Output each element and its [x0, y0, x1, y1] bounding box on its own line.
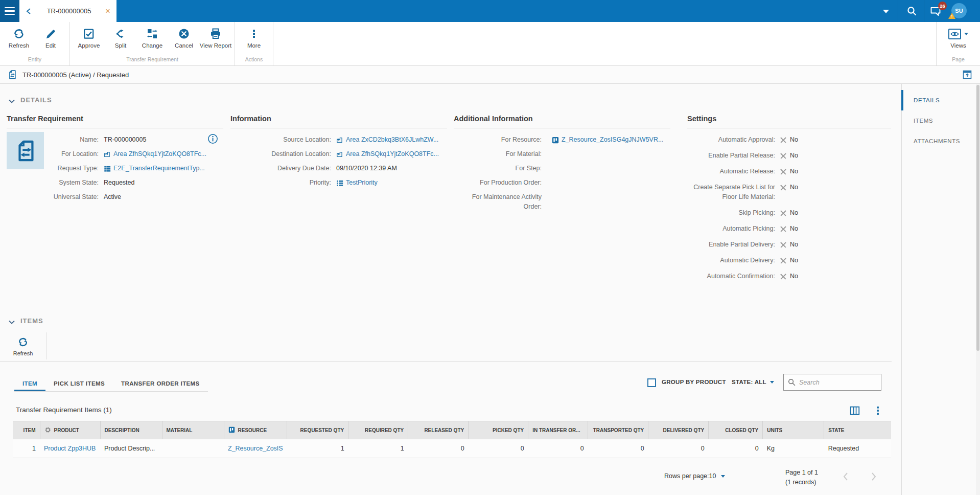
- col-header-resource[interactable]: RESOURCE: [224, 421, 287, 439]
- column-settings-icon[interactable]: [849, 405, 860, 416]
- back-chevron-icon[interactable]: [25, 7, 34, 16]
- col-header-description[interactable]: DESCRIPTION: [100, 421, 162, 439]
- col-header-item[interactable]: ITEM: [13, 421, 40, 439]
- col-header-material[interactable]: MATERIAL: [162, 421, 224, 439]
- grid-title: Transfer Requirement Items (1): [16, 406, 112, 415]
- tab-pick-list-items[interactable]: PICK LIST ITEMS: [45, 377, 113, 391]
- product-link[interactable]: Product Zpp3HUB: [44, 445, 96, 452]
- tab-item[interactable]: ITEM: [14, 377, 45, 391]
- col-header-transported-qty[interactable]: TRANSPORTED QTY: [588, 421, 648, 439]
- cancel-x-circle-icon: [178, 26, 190, 41]
- setting-automatic-picking: Automatic Picking: No: [687, 224, 891, 234]
- toolbar-group-page: Views Page: [936, 22, 980, 65]
- column-title: Information: [230, 114, 447, 128]
- area-icon: [336, 137, 343, 144]
- topbar-dropdown-caret-icon[interactable]: [883, 10, 889, 13]
- col-header-units[interactable]: UNITS: [763, 421, 824, 439]
- split-arrows-icon: [114, 26, 127, 41]
- details-section-title[interactable]: DETAILS: [20, 96, 52, 104]
- hamburger-menu-icon[interactable]: [0, 0, 19, 22]
- items-refresh-button[interactable]: Refresh: [8, 335, 38, 356]
- no-x-icon: [780, 274, 786, 280]
- edit-button[interactable]: Edit: [35, 26, 66, 56]
- toolbar-group-actions: More Actions: [235, 22, 273, 65]
- col-header-state[interactable]: STATE: [824, 421, 891, 439]
- list-icon: [104, 165, 111, 172]
- previous-page-chevron-icon[interactable]: [841, 471, 852, 482]
- collapse-items-chevron-icon[interactable]: [8, 319, 15, 326]
- cell-requested-qty: 1: [287, 439, 348, 458]
- cancel-button[interactable]: Cancel: [168, 26, 200, 56]
- col-header-picked-qty[interactable]: PICKED QTY: [469, 421, 528, 439]
- request-type-link[interactable]: E2E_TransferRequirementTyp...: [113, 164, 205, 173]
- view-report-button[interactable]: View Report: [200, 26, 231, 56]
- scrollbar-thumb[interactable]: [976, 85, 979, 351]
- col-header-product[interactable]: PRODUCT: [40, 421, 100, 439]
- destination-location-link[interactable]: Area ZfhSQkq1YjtZoKQO8TFc...: [346, 149, 439, 159]
- table-row[interactable]: 1 Product Zpp3HUB Product Descrip... Z_R…: [13, 439, 891, 458]
- setting-create-separate-pick-list: Create Separate Pick List for Floor Life…: [687, 183, 891, 202]
- col-header-delivered-qty[interactable]: DELIVERED QTY: [648, 421, 709, 439]
- field-delivery-due-date: Delivery Due Date: 09/10/2020 12:39 AM: [230, 164, 447, 173]
- setting-automatic-release: Automatic Release: No: [687, 167, 891, 176]
- setting-enable-partial-delivery: Enable Partial Delivery: No: [687, 240, 891, 250]
- tab-transfer-order-items[interactable]: TRANSFER ORDER ITEMS: [113, 377, 208, 391]
- next-page-chevron-icon[interactable]: [868, 471, 879, 482]
- source-location-link[interactable]: Area ZxCD2bkq3BtX6JLwhZW...: [346, 135, 438, 145]
- for-location-link[interactable]: Area ZfhSQkq1YjtZoKQO8TFc...: [113, 149, 206, 159]
- field-for-material: For Material:: [454, 149, 670, 159]
- setting-automatic-confirmation: Automatic Confirmation: No: [687, 272, 891, 281]
- transfer-requirement-icon: [7, 70, 17, 80]
- group-by-product-checkbox[interactable]: [647, 378, 656, 387]
- rows-per-page-dropdown[interactable]: Rows per page:10: [664, 472, 725, 480]
- document-tab[interactable]: TR-000000005 ×: [19, 0, 116, 22]
- grid-more-kebab-icon[interactable]: [872, 405, 883, 416]
- state-filter-dropdown[interactable]: STATE: ALL: [732, 379, 774, 385]
- field-for-resource: For Resource: Z_Resource_ZosISG4gJNJW5VR…: [454, 135, 670, 145]
- resource-icon: [552, 137, 559, 144]
- toolbar-group-entity: Refresh Edit Entity: [0, 22, 70, 65]
- no-x-icon: [780, 226, 786, 232]
- action-toolbar: Refresh Edit Entity Approve: [0, 22, 980, 66]
- col-header-released-qty[interactable]: RELEASED QTY: [408, 421, 469, 439]
- items-section-title[interactable]: ITEMS: [20, 317, 43, 325]
- col-header-required-qty[interactable]: REQUIRED QTY: [348, 421, 408, 439]
- items-search-box: [783, 374, 881, 391]
- app-window: TR-000000005 × 26 SU ! Refresh: [0, 0, 980, 495]
- info-icon[interactable]: [207, 133, 218, 144]
- items-tabs: ITEM PICK LIST ITEMS TRANSFER ORDER ITEM…: [14, 377, 208, 392]
- approve-button[interactable]: Approve: [73, 26, 105, 56]
- more-button[interactable]: More: [238, 26, 270, 56]
- toolbar-group-transfer-requirement: Approve Split Change: [70, 22, 235, 65]
- tab-title: TR-000000005: [34, 7, 104, 15]
- refresh-button[interactable]: Refresh: [3, 26, 35, 56]
- collapse-details-chevron-icon[interactable]: [8, 98, 15, 105]
- sidebar-item-attachments[interactable]: ATTACHMENTS: [914, 137, 960, 145]
- split-button[interactable]: Split: [105, 26, 136, 56]
- no-x-icon: [780, 242, 786, 248]
- sidebar-item-details[interactable]: DETAILS: [914, 96, 940, 104]
- scrollbar[interactable]: [976, 84, 980, 495]
- change-button[interactable]: Change: [136, 26, 168, 56]
- cell-item: 1: [13, 439, 40, 458]
- breadcrumb-bar: TR-000000005 (Active) / Requested: [0, 66, 980, 84]
- items-toolbar-border: [0, 361, 892, 362]
- scroll-to-top-icon[interactable]: [963, 70, 972, 79]
- resource-link[interactable]: Z_Resource_ZosIS: [228, 445, 283, 452]
- priority-link[interactable]: TestPriority: [346, 178, 378, 188]
- views-label: Views: [937, 42, 980, 56]
- col-header-closed-qty[interactable]: CLOSED QTY: [709, 421, 763, 439]
- close-tab-icon[interactable]: ×: [104, 7, 111, 15]
- topbar-divider: [898, 0, 898, 22]
- search-input[interactable]: [799, 379, 871, 386]
- top-bar: TR-000000005 × 26 SU !: [0, 0, 980, 22]
- group-by-product-label: GROUP BY PRODUCT: [662, 379, 726, 385]
- for-resource-link[interactable]: Z_Resource_ZosISG4gJNJW5VR...: [562, 135, 663, 145]
- sidebar-item-items[interactable]: ITEMS: [914, 117, 933, 125]
- details-column-additional-information: Additional Information For Resource: Z_R…: [454, 114, 670, 216]
- cell-description: Product Descrip...: [100, 439, 162, 458]
- views-button[interactable]: [937, 26, 980, 41]
- col-header-requested-qty[interactable]: REQUESTED QTY: [287, 421, 348, 439]
- search-icon[interactable]: [906, 6, 917, 16]
- col-header-in-transfer[interactable]: IN TRANSFER OR...: [528, 421, 588, 439]
